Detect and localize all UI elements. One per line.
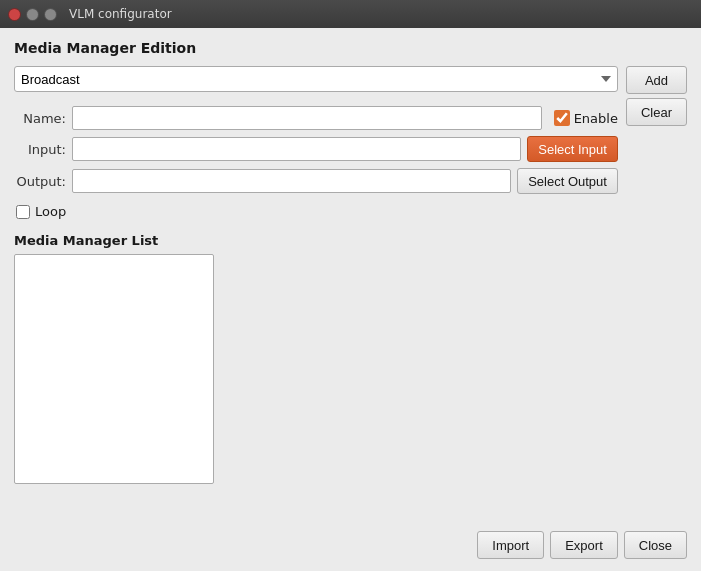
enable-label: Enable — [574, 111, 618, 126]
enable-checkbox[interactable] — [554, 110, 570, 126]
close-window-icon[interactable] — [8, 8, 21, 21]
loop-label: Loop — [35, 204, 66, 219]
export-button[interactable]: Export — [550, 531, 618, 559]
media-manager-listbox[interactable] — [14, 254, 214, 484]
media-manager-edition-title: Media Manager Edition — [14, 40, 687, 56]
titlebar: VLM configurator — [0, 0, 701, 28]
name-row: Name: Enable — [14, 106, 618, 130]
import-button[interactable]: Import — [477, 531, 544, 559]
select-output-button[interactable]: Select Output — [517, 168, 618, 194]
window-title: VLM configurator — [69, 7, 172, 21]
minimize-window-icon[interactable] — [26, 8, 39, 21]
input-label: Input: — [14, 142, 66, 157]
action-buttons: Add Clear — [626, 66, 687, 126]
edition-form-area: Broadcast Name: Enable Input: Select I — [14, 66, 687, 219]
enable-group: Enable — [554, 110, 618, 126]
form-fields: Broadcast Name: Enable Input: Select I — [14, 66, 618, 219]
add-button[interactable]: Add — [626, 66, 687, 94]
loop-row: Loop — [16, 204, 618, 219]
output-row: Output: Select Output — [14, 168, 618, 194]
output-label: Output: — [14, 174, 66, 189]
name-label: Name: — [14, 111, 66, 126]
input-field[interactable] — [72, 137, 521, 161]
close-button[interactable]: Close — [624, 531, 687, 559]
clear-button[interactable]: Clear — [626, 98, 687, 126]
output-field[interactable] — [72, 169, 511, 193]
broadcast-row: Broadcast — [14, 66, 618, 92]
window-controls — [8, 8, 57, 21]
media-manager-list-section: Media Manager List — [14, 233, 687, 521]
select-input-button[interactable]: Select Input — [527, 136, 618, 162]
main-window: Media Manager Edition Broadcast Name: En… — [0, 28, 701, 571]
input-row: Input: Select Input — [14, 136, 618, 162]
bottom-bar: Import Export Close — [14, 521, 687, 559]
name-input[interactable] — [72, 106, 542, 130]
loop-checkbox[interactable] — [16, 205, 30, 219]
name-input-group: Enable — [72, 106, 618, 130]
media-manager-list-title: Media Manager List — [14, 233, 687, 248]
maximize-window-icon[interactable] — [44, 8, 57, 21]
broadcast-select[interactable]: Broadcast — [14, 66, 618, 92]
